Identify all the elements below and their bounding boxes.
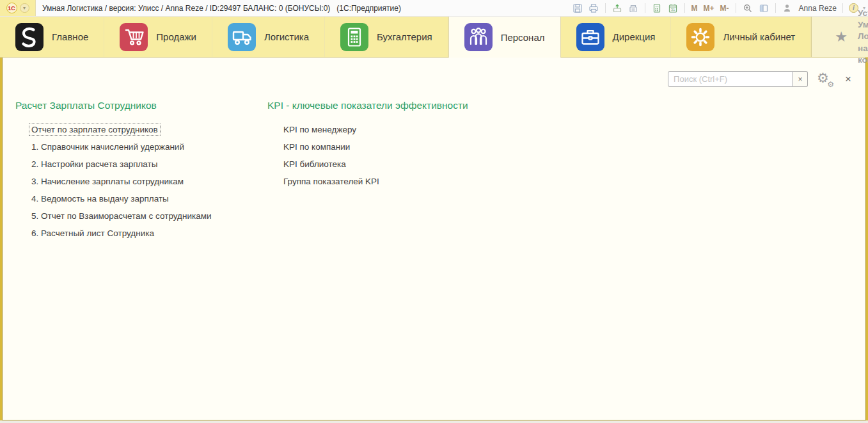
user-icon: [782, 3, 793, 14]
app-window: 1С ▾ Умная Логистика / версия: Улисс / A…: [0, 0, 868, 423]
chevron-down-icon: ▾: [23, 5, 26, 11]
tab-lichnyj-kabinet[interactable]: Личный кабинет: [671, 17, 811, 57]
memory-m-minus-button[interactable]: M-: [720, 4, 730, 13]
install-app-label: Установить Умную Логистику на компьютер: [858, 8, 868, 66]
list-item: 2. Настройки расчета зарплаты: [15, 156, 232, 173]
main-menu-dropdown[interactable]: ▾: [20, 3, 29, 13]
tab-label: Продажи: [156, 31, 196, 42]
section-title: KPI - ключевые показатели эффективности: [267, 100, 468, 111]
list-item: 5. Отчет по Взаиморасчетам с сотрудникам…: [15, 207, 232, 225]
search-clear-button[interactable]: ×: [793, 71, 808, 87]
shopping-cart-icon: [120, 23, 148, 51]
calculator-icon: [340, 23, 368, 51]
list-item: 4. Ведомость на выдачу зарплаты: [15, 190, 232, 207]
tab-personal[interactable]: Персонал: [448, 17, 561, 58]
list-item: Группа показателей KPI: [267, 173, 468, 190]
menu-link-payout-sheet[interactable]: 4. Ведомость на выдачу зарплаты: [31, 194, 169, 204]
people-group-icon: [464, 23, 493, 51]
save-icon[interactable]: [572, 3, 583, 14]
tab-direkciya[interactable]: Дирекция: [561, 17, 672, 57]
divider: [684, 3, 685, 13]
menu-link-kpi-group[interactable]: Группа показателей KPI: [283, 177, 379, 186]
section-salary: Расчет Зарплаты Сотрудников Отчет по зар…: [15, 100, 232, 242]
gear-small-icon: ⚙: [827, 80, 834, 89]
search-box: ×: [668, 71, 808, 87]
menu-link-salary-report[interactable]: Отчет по зарплате сотрудников: [29, 124, 160, 135]
info-icon[interactable]: i: [849, 3, 858, 13]
tab-glavnoe[interactable]: Главное: [0, 17, 104, 57]
tab-label: Бухгалтерия: [377, 31, 432, 42]
print-icon[interactable]: [588, 3, 599, 14]
memory-m-plus-button[interactable]: M+: [703, 4, 715, 13]
calendar-icon[interactable]: 31: [667, 3, 679, 14]
print-preview-icon[interactable]: [627, 3, 639, 14]
gear-icon: [686, 23, 714, 51]
window-title: Умная Логистика / версия: Улисс / Anna R…: [42, 4, 401, 13]
list-item: KPI по компании: [267, 138, 468, 156]
menu-link-payslip[interactable]: 6. Расчетный лист Сотрудника: [31, 228, 154, 238]
menu-list: KPI по менеджеру KPI по компании KPI биб…: [267, 121, 468, 190]
section-title: Расчет Зарплаты Сотрудников: [15, 100, 232, 111]
tab-label: Личный кабинет: [723, 31, 795, 42]
panel-toolbar: × ⚙ ⚙ ×: [3, 58, 865, 87]
tab-label: Персонал: [501, 32, 545, 43]
window-frame: × ⚙ ⚙ × Расчет Зарплаты Сотрудников Отче…: [0, 58, 868, 420]
svg-text:31: 31: [670, 8, 675, 12]
list-item: 1. Справочник начислений удержаний: [15, 138, 232, 156]
clear-x-icon: ×: [798, 75, 803, 84]
zoom-icon[interactable]: [742, 3, 754, 14]
list-item: 6. Расчетный лист Сотрудника: [15, 225, 232, 242]
list-item: KPI по менеджеру: [267, 121, 468, 138]
tab-label: Логистика: [264, 31, 309, 42]
list-item: KPI библиотека: [267, 156, 468, 173]
menu-link-salary-accrual[interactable]: 3. Начисление зарплаты сотрудникам: [31, 177, 184, 186]
titlebar-toolbar: 31 M M+ M- Anna Reze i: [572, 3, 868, 14]
menu-link-kpi-company[interactable]: KPI по компании: [283, 142, 350, 152]
close-icon: ×: [845, 73, 851, 85]
module-ribbon: Главное Продажи Логистика: [0, 17, 868, 58]
list-item: 3. Начисление зарплаты сотрудникам: [15, 173, 232, 190]
divider: [605, 3, 606, 13]
menu-columns: Расчет Зарплаты Сотрудников Отчет по зар…: [3, 87, 865, 242]
list-item: Отчет по зарплате сотрудников: [15, 121, 232, 138]
window-bottom-edge: [0, 420, 868, 423]
current-user-label[interactable]: Anna Reze: [799, 4, 837, 13]
menu-link-kpi-manager[interactable]: KPI по менеджеру: [283, 125, 356, 134]
calculator-icon[interactable]: [651, 3, 663, 14]
menu-link-settlements-report[interactable]: 5. Отчет по Взаиморасчетам с сотрудникам…: [31, 211, 211, 221]
menu-list: Отчет по зарплате сотрудников 1. Справоч…: [15, 121, 232, 242]
tab-logistika[interactable]: Логистика: [212, 17, 325, 57]
menu-link-kpi-library[interactable]: KPI библиотека: [283, 159, 346, 169]
memory-m-button[interactable]: M: [691, 4, 698, 13]
1c-logo[interactable]: 1С: [6, 3, 17, 13]
search-input[interactable]: [668, 71, 793, 87]
divider: [645, 3, 645, 13]
section-kpi: KPI - ключевые показатели эффективности …: [267, 100, 468, 190]
divider: [736, 3, 736, 13]
logo-squiggle-icon: [15, 23, 43, 51]
briefcase-icon: [576, 23, 604, 51]
menu-link-accruals-directory[interactable]: 1. Справочник начислений удержаний: [31, 142, 184, 152]
function-menu-panel: × ⚙ ⚙ × Расчет Зарплаты Сотрудников Отче…: [2, 58, 866, 420]
divider: [775, 3, 776, 13]
tab-buhgalteriya[interactable]: Бухгалтерия: [325, 17, 448, 57]
divider: [842, 3, 843, 13]
tab-label: Дирекция: [613, 31, 656, 42]
tab-prodazhi[interactable]: Продажи: [104, 17, 212, 57]
split-panels-icon[interactable]: [758, 3, 769, 14]
print-export-icon[interactable]: [612, 3, 623, 14]
panel-close-button[interactable]: ×: [842, 73, 854, 86]
truck-icon: [228, 23, 256, 51]
panel-settings-button[interactable]: ⚙ ⚙: [817, 72, 833, 87]
menu-link-salary-settings[interactable]: 2. Настройки расчета зарплаты: [31, 159, 157, 169]
tab-label: Главное: [52, 31, 88, 42]
title-bar: 1С ▾ Умная Логистика / версия: Улисс / A…: [0, 0, 868, 17]
install-app-button[interactable]: ★ Установить Умную Логистику на компьюте…: [811, 17, 868, 57]
star-icon: ★: [835, 30, 848, 44]
system-menu-area: 1С ▾: [0, 0, 36, 16]
